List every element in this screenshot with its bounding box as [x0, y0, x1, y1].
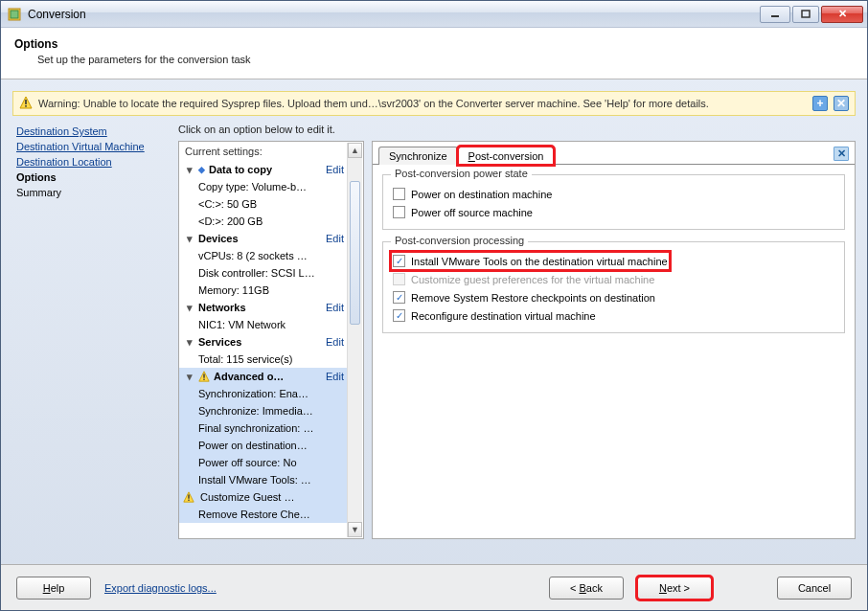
settings-tree[interactable]: ▾ ◆ Data to copy Edit Copy type: Volume-… [179, 161, 348, 538]
expand-icon: ▾ [185, 334, 194, 350]
tree-item[interactable]: Memory: 11GB [179, 282, 348, 299]
group-networks[interactable]: ▾ Networks Edit [179, 299, 348, 316]
wizard-footer: Help Export diagnostic logs... < Back Ne… [1, 564, 867, 610]
checkbox-power-off-source[interactable]: Power off source machine [391, 203, 836, 221]
group-devices[interactable]: ▾ Devices Edit [179, 230, 348, 247]
export-logs-link[interactable]: Export diagnostic logs... [104, 582, 217, 594]
cancel-button[interactable]: Cancel [777, 577, 852, 600]
tabs: Synchronize Post-conversion ✕ [373, 142, 855, 165]
svg-rect-9 [203, 379, 204, 380]
svg-rect-2 [771, 15, 779, 17]
wizard-steps-nav: Destination System Destination Virtual M… [12, 122, 171, 539]
svg-rect-8 [203, 373, 204, 377]
nav-destination-location[interactable]: Destination Location [16, 154, 167, 170]
tree-item[interactable]: Total: 115 service(s) [179, 351, 348, 368]
tree-item[interactable]: Disk controller: SCSI L… [179, 264, 348, 282]
window-title: Conversion [28, 8, 760, 21]
scroll-thumb[interactable] [350, 181, 360, 325]
svg-rect-3 [802, 11, 810, 17]
svg-rect-11 [188, 494, 189, 498]
window-close-button[interactable]: ✕ [821, 6, 863, 23]
group-services[interactable]: ▾ Services Edit [179, 333, 348, 351]
checkbox-icon[interactable] [393, 309, 405, 322]
warning-icon [198, 371, 210, 382]
edit-link[interactable]: Edit [326, 300, 344, 315]
checkbox-icon[interactable] [393, 206, 405, 218]
fieldset-power-state: Post-conversion power state Power on des… [382, 174, 845, 230]
checkbox-install-vmware-tools[interactable]: Install VMware Tools on the destination … [391, 252, 670, 270]
page-title: Options [14, 37, 854, 51]
tree-item[interactable]: Install VMware Tools: … [179, 471, 348, 488]
nav-destination-system[interactable]: Destination System [16, 124, 167, 139]
svg-rect-5 [25, 100, 27, 104]
tab-label: Post-conversion [468, 150, 544, 162]
fieldset-processing: Post-conversion processing Install VMwar… [382, 241, 845, 333]
warning-text: Warning: Unable to locate the required S… [38, 98, 807, 109]
warning-bar: Warning: Unable to locate the required S… [12, 91, 856, 116]
current-settings-panel: Current settings: ▾ ◆ Data to copy Edit … [178, 141, 364, 539]
hint-text: Click on an option below to edit it. [178, 124, 856, 135]
diamond-icon: ◆ [198, 162, 205, 177]
conversion-window: Conversion ✕ Options Set up the paramete… [0, 0, 868, 611]
tree-item[interactable]: Power off source: No [179, 454, 348, 471]
tree-item[interactable]: <D:>: 200 GB [179, 213, 348, 230]
minimize-button[interactable] [760, 6, 790, 23]
maximize-button[interactable] [792, 6, 819, 23]
edit-link[interactable]: Edit [326, 334, 344, 350]
svg-rect-12 [188, 500, 189, 501]
checkbox-icon[interactable] [393, 255, 405, 267]
group-advanced-options[interactable]: ▾ Advanced o… Edit [179, 368, 348, 385]
wizard-header: Options Set up the parameters for the co… [1, 28, 867, 79]
nav-summary: Summary [16, 185, 167, 200]
scroll-down-icon[interactable]: ▼ [348, 522, 362, 537]
tree-item[interactable]: Synchronization: Ena… [179, 385, 348, 402]
tree-item[interactable]: Copy type: Volume-b… [179, 178, 348, 195]
edit-link[interactable]: Edit [326, 162, 344, 177]
scroll-up-icon[interactable]: ▲ [348, 143, 362, 158]
checkbox-reconfigure-destination[interactable]: Reconfigure destination virtual machine [391, 306, 836, 325]
tree-item[interactable]: Power on destination… [179, 437, 348, 454]
tree-item[interactable]: vCPUs: 8 (2 sockets … [179, 247, 348, 264]
next-button[interactable]: Next > [637, 577, 712, 600]
warning-close-button[interactable]: ✕ [834, 96, 849, 111]
checkbox-customize-guest: Customize guest preferences for the virt… [391, 270, 836, 288]
warning-icon [19, 96, 33, 111]
group-data-to-copy[interactable]: ▾ ◆ Data to copy Edit [179, 161, 348, 178]
expand-icon: ▾ [185, 162, 194, 177]
tab-synchronize[interactable]: Synchronize [378, 147, 458, 165]
checkbox-icon [393, 273, 405, 285]
warning-icon [183, 491, 194, 503]
tree-item[interactable]: NIC1: VM Network [179, 316, 348, 333]
tree-item[interactable]: Synchronize: Immedia… [179, 402, 348, 419]
app-icon [7, 7, 22, 22]
tree-item[interactable]: Customize Guest … [179, 488, 348, 506]
current-settings-title: Current settings: [179, 142, 363, 161]
checkbox-power-on-destination[interactable]: Power on destination machine [391, 185, 836, 203]
nav-destination-vm[interactable]: Destination Virtual Machine [16, 139, 167, 154]
svg-rect-1 [11, 11, 18, 18]
expand-icon: ▾ [185, 300, 194, 315]
page-subtitle: Set up the parameters for the conversion… [37, 54, 854, 65]
checkbox-remove-restore[interactable]: Remove System Restore checkpoints on des… [391, 288, 836, 306]
svg-rect-6 [25, 105, 27, 107]
expand-icon: ▾ [185, 231, 194, 246]
fieldset-legend: Post-conversion power state [391, 168, 532, 179]
scrollbar[interactable]: ▲ ▼ [347, 143, 362, 537]
back-button[interactable]: < Back [549, 577, 624, 600]
nav-options: Options [16, 170, 167, 185]
tree-item[interactable]: Remove Restore Che… [179, 506, 348, 523]
edit-link[interactable]: Edit [326, 231, 344, 246]
tree-item[interactable]: <C:>: 50 GB [179, 195, 348, 213]
tab-post-conversion[interactable]: Post-conversion [458, 147, 555, 165]
tree-item[interactable]: Final synchronization: … [179, 419, 348, 437]
warning-expand-button[interactable]: + [812, 96, 828, 111]
option-editor-panel: Synchronize Post-conversion ✕ Post-conve… [372, 141, 856, 539]
panel-close-button[interactable]: ✕ [834, 147, 849, 161]
help-button[interactable]: Help [16, 577, 91, 600]
checkbox-icon[interactable] [393, 291, 405, 304]
titlebar: Conversion ✕ [1, 1, 867, 28]
expand-icon: ▾ [185, 369, 194, 384]
fieldset-legend: Post-conversion processing [391, 235, 528, 246]
edit-link[interactable]: Edit [326, 369, 344, 384]
checkbox-icon[interactable] [393, 188, 405, 200]
